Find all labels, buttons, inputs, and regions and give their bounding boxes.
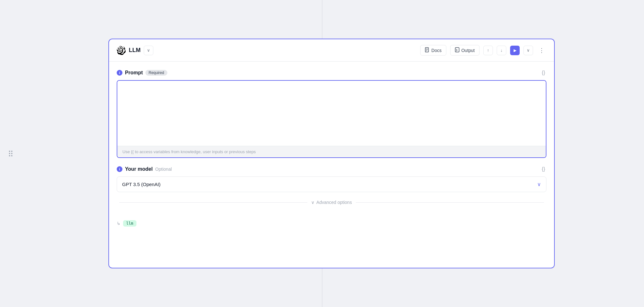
- advanced-options-toggle[interactable]: ∨ Advanced options: [311, 200, 352, 205]
- more-options-button[interactable]: ⋮: [537, 46, 546, 55]
- prompt-label: Prompt: [125, 70, 143, 76]
- up-arrow-icon: ↑: [487, 48, 489, 53]
- docs-label: Docs: [431, 48, 442, 53]
- header-right: Docs Output ↑ ↓ ▶ ∨: [420, 45, 546, 56]
- play-button[interactable]: ▶: [510, 46, 520, 55]
- prompt-info-icon: i: [117, 70, 122, 76]
- advanced-options-section: ∨ Advanced options: [117, 200, 546, 205]
- docs-button[interactable]: Docs: [420, 45, 446, 56]
- llm-card: LLM ∨ Docs: [108, 39, 555, 268]
- svg-rect-4: [455, 48, 459, 52]
- prompt-field-header: i Prompt Required {}: [117, 69, 546, 76]
- model-chevron-icon: ∨: [537, 181, 541, 187]
- docs-icon: [425, 47, 429, 53]
- card-body: i Prompt Required {} Use {{ to access va…: [109, 62, 554, 216]
- output-icon: [455, 47, 459, 53]
- advanced-right-line: [356, 202, 544, 203]
- model-info-icon: i: [117, 166, 122, 172]
- advanced-options-label: Advanced options: [316, 200, 352, 205]
- output-button[interactable]: Output: [450, 45, 479, 56]
- llm-tag: llm: [123, 220, 136, 227]
- drag-handle[interactable]: [9, 151, 12, 156]
- model-curly-button[interactable]: {}: [540, 166, 546, 173]
- prompt-hint: Use {{ to access variables from knowledg…: [117, 146, 546, 157]
- model-selected-value: GPT 3.5 (OpenAI): [122, 182, 161, 187]
- play-icon: ▶: [514, 48, 516, 53]
- prompt-section: i Prompt Required {} Use {{ to access va…: [117, 69, 546, 158]
- prompt-label-group: i Prompt Required: [117, 70, 167, 76]
- more-icon: ⋮: [539, 47, 545, 54]
- chevron-down-icon: ∨: [527, 48, 530, 53]
- card-header: LLM ∨ Docs: [109, 39, 554, 62]
- drag-dot: [9, 151, 10, 152]
- header-left: LLM ∨: [117, 46, 420, 55]
- model-section: i Your model Optional {} GPT 3.5 (OpenAI…: [117, 166, 546, 192]
- prompt-curly-button[interactable]: {}: [540, 69, 546, 76]
- openai-icon: [117, 46, 126, 55]
- title-dropdown-button[interactable]: ∨: [144, 46, 153, 55]
- down-arrow-icon: ↓: [501, 48, 503, 53]
- advanced-chevron-icon: ∨: [311, 200, 314, 205]
- prompt-container: Use {{ to access variables from knowledg…: [117, 80, 546, 158]
- down-arrow-button[interactable]: ↓: [497, 46, 506, 55]
- model-select-dropdown[interactable]: GPT 3.5 (OpenAI) ∨: [117, 176, 546, 192]
- drag-dot: [11, 153, 12, 154]
- drag-dot: [11, 155, 12, 156]
- prompt-textarea[interactable]: [117, 81, 546, 145]
- drag-dot: [9, 153, 10, 154]
- up-arrow-button[interactable]: ↑: [483, 46, 493, 55]
- model-field-header: i Your model Optional {}: [117, 166, 546, 173]
- optional-label: Optional: [155, 167, 172, 172]
- drag-dot: [9, 155, 10, 156]
- drag-dot: [11, 151, 12, 152]
- card-title: LLM: [129, 47, 141, 54]
- play-dropdown-button[interactable]: ∨: [523, 46, 533, 55]
- card-footer: ↳ llm: [109, 216, 554, 232]
- chevron-down-icon: ∨: [147, 48, 150, 53]
- advanced-left-line: [119, 202, 307, 203]
- output-label: Output: [461, 48, 475, 53]
- required-badge: Required: [145, 70, 167, 76]
- model-label: Your model: [125, 166, 153, 172]
- return-icon: ↳: [117, 221, 121, 226]
- model-label-group: i Your model Optional: [117, 166, 172, 172]
